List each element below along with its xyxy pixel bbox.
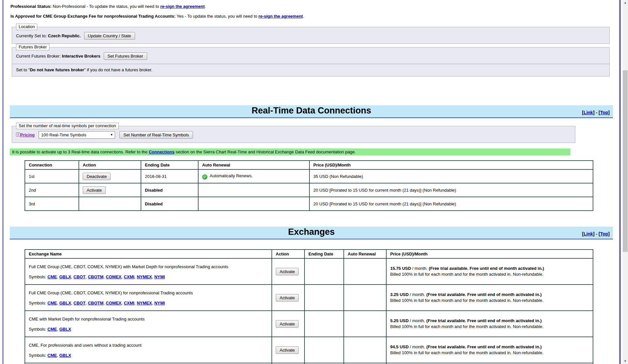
symbol-link[interactable]: NYMEX	[137, 274, 152, 279]
auto-renewal-cell	[198, 183, 309, 197]
professional-status-label: Professional Status:	[10, 4, 52, 9]
exchange-row: CME, For professionals and users without…	[25, 337, 593, 363]
auto-renewal-cell	[344, 285, 386, 311]
exchanges-table-header-row: Exchange Name Action Ending Date Auto Re…	[25, 250, 593, 258]
connection-row-3rd: 3rd Disabled 20 USD [Prorated to 15 USD …	[25, 197, 593, 211]
set-futures-broker-button[interactable]: Set Futures Broker	[104, 52, 147, 60]
symbol-link[interactable]: CBOTM	[88, 301, 104, 305]
symbol-link[interactable]: CBOTM	[88, 274, 104, 279]
section-nav: [Link] - [Top]	[582, 231, 610, 236]
price-cell: 35 USD (Non Refundable)	[309, 169, 593, 183]
exchange-name: Full CME Group (CME, CBOT, COMEX, NYMEX)…	[29, 290, 193, 295]
symbol-link[interactable]: NYMI	[154, 274, 165, 279]
scroll-down-arrow-icon[interactable]	[622, 358, 628, 364]
exchange-row: CME with Market Depth for nonprofessiona…	[25, 311, 593, 337]
symbol-link[interactable]: NYMI	[154, 301, 165, 305]
scrollbar-thumb[interactable]	[623, 70, 628, 252]
symbol-link[interactable]: GBLX	[59, 274, 71, 279]
activate-button[interactable]: Activate	[276, 268, 299, 275]
exchange-symbols: Symbols: CME, GBLX, CBOT, CBOTM, COMEX, …	[29, 301, 268, 305]
symbols-links: CME, GBLX	[47, 353, 71, 358]
exchanges-section-title: Exchanges	[288, 227, 335, 237]
exchange-row: Full CME Group (CME, CBOT, COMEX, NYMEX)…	[25, 258, 593, 285]
resign-agreement-link[interactable]: re-sign the agreement	[258, 14, 303, 19]
connections-doc-link[interactable]: Connections	[149, 149, 175, 154]
symbols-count-selected-value: 100 Real-Time Symbols	[41, 132, 86, 137]
symbol-link[interactable]: CBOT	[74, 274, 86, 279]
activate-button[interactable]: Activate	[83, 186, 106, 194]
price-per-month: / month.	[409, 292, 426, 297]
activate-button[interactable]: Activate	[276, 346, 299, 354]
price-per-month: / month.	[409, 318, 426, 323]
symbols-links: CME, GBLX	[47, 327, 71, 332]
professional-status-value: Non-Professional - To update the status,…	[52, 4, 160, 9]
auto-renewal-cell	[198, 197, 309, 211]
pricing-link[interactable]: Pricing	[20, 132, 35, 137]
symbol-link[interactable]: NYMEX	[137, 301, 152, 305]
symbol-link[interactable]: CME	[47, 301, 57, 305]
bracket: ]	[608, 231, 610, 236]
section-top-anchor[interactable]: Top	[600, 231, 608, 236]
col-action: Action	[79, 161, 141, 169]
connection-row-1st: 1st Deactivate 2016-08-31 Automatically …	[25, 169, 593, 183]
symbols-count-fieldset: Set the number of real-time symbols per …	[12, 123, 575, 143]
symbol-link[interactable]: COMEX	[106, 301, 122, 305]
symbol-link[interactable]: CBOT	[74, 301, 86, 305]
scroll-up-arrow-icon[interactable]	[622, 0, 628, 6]
exchange-name: CME, For professionals and users without…	[29, 343, 142, 348]
deactivate-button[interactable]: Deactivate	[83, 173, 111, 180]
info-icon[interactable]: i	[16, 132, 20, 137]
connections-table-header-row: Connection Action Ending Date Auto Renew…	[25, 161, 593, 169]
section-link-anchor[interactable]: Link	[584, 231, 593, 236]
exchange-row: Full CME Group (CME, CBOT, COMEX, NYMEX)…	[25, 285, 593, 311]
ending-date-cell: Disabled	[141, 183, 198, 197]
note-prefix: Set to "	[16, 67, 30, 72]
connection-row-2nd: 2nd Activate Disabled 20 USD [Prorated t…	[25, 183, 593, 197]
update-country-state-button[interactable]: Update Country / State	[84, 32, 135, 40]
price-cell: 5.25 USD / month. (Free trial available.…	[386, 311, 593, 337]
price-amount: 15.75 USD	[390, 266, 411, 271]
price-note: Billed 100% in full for each month and f…	[390, 272, 543, 277]
col-price: Price (USD)/Month	[309, 161, 593, 169]
ending-date-cell	[305, 337, 344, 363]
activate-button[interactable]: Activate	[276, 320, 299, 328]
symbol-link[interactable]: GBLX	[59, 353, 71, 358]
symbol-link[interactable]: GBLX	[59, 301, 71, 305]
bracket: ]	[608, 110, 610, 115]
cme-fee-status-value: Yes - To update the status, you will nee…	[176, 14, 258, 19]
futures-broker-legend: Futures Broker	[16, 44, 49, 50]
section-link-anchor[interactable]: Link	[584, 110, 593, 115]
symbols-count-select[interactable]: 100 Real-Time Symbols ▼	[39, 131, 115, 139]
section-top-anchor[interactable]: Top	[600, 110, 608, 115]
price-trial: (Free trial available. Free until end of…	[427, 292, 542, 297]
symbol-link[interactable]: CXMI	[124, 301, 134, 305]
futures-broker-note: Set to "Do not have futures broker" if y…	[16, 67, 605, 72]
activate-button[interactable]: Activate	[276, 294, 299, 302]
set-symbols-count-button[interactable]: Set Number of Real-Time Symbols	[119, 131, 193, 139]
symbol-link[interactable]: CXMI	[124, 274, 134, 279]
symbol-link[interactable]: GBLX	[59, 327, 71, 332]
symbol-link[interactable]: CME	[47, 274, 57, 279]
futures-broker-fieldset: Futures Broker Current Futures Broker: I…	[12, 44, 610, 77]
price-cell: 20 USD [Prorated to 15 USD for current m…	[309, 197, 593, 211]
symbols-label: Symbols:	[29, 327, 46, 332]
symbol-link[interactable]: CME	[47, 327, 57, 332]
col-auto-renewal: Auto Renewal	[344, 250, 386, 258]
price-cell: 20 USD [Prorated to 15 USD for current m…	[309, 183, 593, 197]
futures-broker-value: Interactive Brokers	[62, 54, 100, 59]
connections-table: Connection Action Ending Date Auto Renew…	[25, 160, 593, 211]
price-note: Billed 100% in full for each month and f…	[390, 324, 543, 329]
symbol-link[interactable]: CME	[47, 353, 57, 358]
price-note: Billed 100% in full for each month and f…	[390, 350, 543, 355]
connection-cell: 2nd	[25, 183, 79, 197]
nav-separator: -	[595, 231, 599, 236]
symbols-links: CME, GBLX, CBOT, CBOTM, COMEX, CXMI, NYM…	[47, 301, 165, 305]
exchanges-table: Exchange Name Action Ending Date Auto Re…	[25, 249, 593, 364]
col-ending-date: Ending Date	[141, 161, 198, 169]
resign-agreement-link[interactable]: re-sign the agreement	[160, 4, 205, 9]
location-value: Czech Republic.	[48, 33, 81, 38]
period: .	[205, 4, 206, 9]
symbol-link[interactable]: COMEX	[106, 274, 122, 279]
exchange-name: Full CME Group (CME, CBOT, COMEX, NYMEX)…	[29, 264, 228, 269]
scrollbar[interactable]	[622, 0, 628, 364]
